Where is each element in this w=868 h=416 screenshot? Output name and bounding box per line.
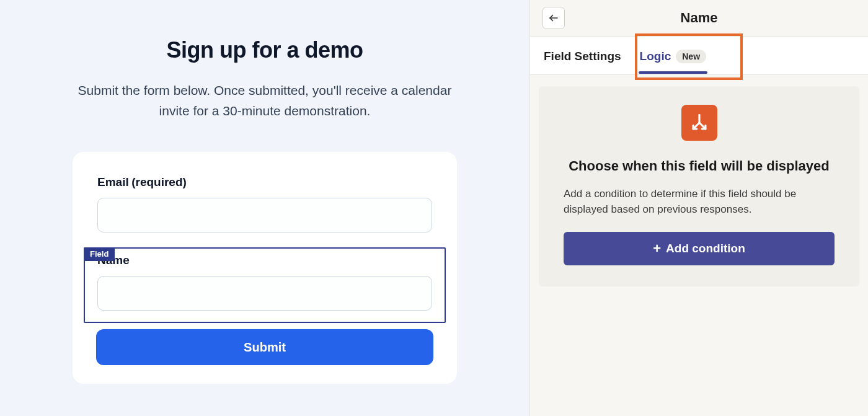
submit-button[interactable]: Submit xyxy=(96,329,433,365)
form-title: Sign up for a demo xyxy=(73,37,457,63)
settings-header: Name xyxy=(530,0,868,37)
logic-description: Add a condition to determine if this fie… xyxy=(564,187,835,217)
logic-heading: Choose when this field will be displayed xyxy=(564,158,835,174)
new-badge: New xyxy=(676,50,706,63)
settings-title: Name xyxy=(681,10,718,26)
logic-tab-content: Choose when this field will be displayed… xyxy=(530,75,868,416)
arrow-left-icon xyxy=(548,12,559,24)
tab-logic-label: Logic xyxy=(640,50,671,63)
email-input[interactable] xyxy=(97,198,432,232)
plus-icon: + xyxy=(653,242,661,255)
form-field-email[interactable]: Email (required) xyxy=(84,169,446,245)
form-description: Submit the form below. Once submitted, y… xyxy=(73,81,457,121)
name-input[interactable] xyxy=(97,276,432,311)
form-card: Email (required) Field Name Submit xyxy=(73,152,457,384)
add-condition-label: Add condition xyxy=(666,242,745,255)
field-required-indicator: (required) xyxy=(131,175,187,188)
add-condition-button[interactable]: + Add condition xyxy=(564,232,835,265)
back-button[interactable] xyxy=(542,7,565,29)
tab-field-settings[interactable]: Field Settings xyxy=(542,38,622,73)
field-label: Email xyxy=(97,175,129,188)
logic-empty-state-card: Choose when this field will be displayed… xyxy=(539,86,859,286)
field-settings-panel: Name Field Settings Logic New Choose whe… xyxy=(529,0,868,416)
form-field-name[interactable]: Field Name xyxy=(84,247,446,323)
tab-logic[interactable]: Logic New xyxy=(639,38,707,73)
form-preview-pane: Sign up for a demo Submit the form below… xyxy=(0,0,529,416)
branch-icon xyxy=(681,105,717,141)
selected-field-badge: Field xyxy=(84,247,115,261)
settings-tabs: Field Settings Logic New xyxy=(530,37,868,75)
